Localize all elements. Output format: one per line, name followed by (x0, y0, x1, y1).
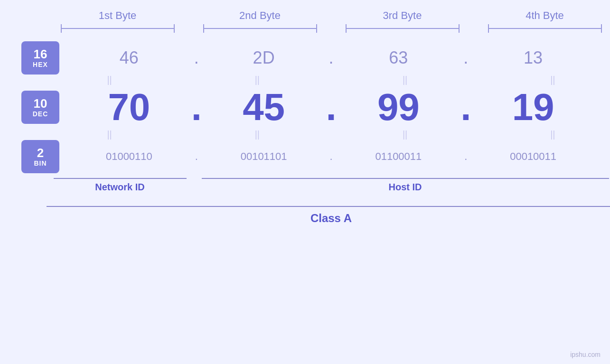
bracket-byte4 (474, 24, 610, 33)
hex-byte3: 63 (389, 48, 408, 68)
network-id-section: Network ID (47, 178, 194, 193)
dec-byte4: 19 (512, 85, 554, 129)
byte3-header: 3rd Byte (331, 9, 474, 22)
byte1-header: 1st Byte (47, 9, 189, 22)
byte4-header: 4th Byte (474, 9, 610, 22)
eq2-b4: || (550, 129, 555, 140)
eq1-b2: || (255, 75, 260, 85)
dot-hex-2: . (328, 48, 333, 67)
dot-bin-1: . (195, 150, 198, 162)
watermark: ipshu.com (570, 351, 601, 358)
eq2-b3: || (403, 129, 407, 140)
eq1-b4: || (550, 75, 555, 85)
bracket-byte2 (189, 24, 331, 33)
eq1-b3: || (403, 75, 407, 85)
dot-bin-3: . (464, 150, 467, 162)
class-section: Class A (47, 206, 610, 225)
dot-dec-2: . (326, 86, 336, 128)
dot-dec-3: . (460, 86, 471, 128)
bin-byte3: 01100011 (375, 150, 422, 163)
bin-label: 2 BIN (21, 140, 59, 173)
dec-byte1: 70 (108, 85, 150, 129)
bin-byte4: 00010011 (510, 150, 556, 163)
hex-byte1: 46 (120, 48, 139, 68)
bracket-byte1 (47, 24, 189, 33)
hex-label: 16 HEX (21, 41, 59, 75)
dot-bin-2: . (329, 150, 332, 162)
dot-hex-3: . (463, 48, 468, 67)
dec-byte3: 99 (377, 85, 420, 129)
bracket-byte3 (331, 24, 474, 33)
hex-row: 16 HEX 46 . 2D . 63 . 13 (19, 41, 591, 75)
eq2-b2: || (255, 129, 260, 140)
bin-row: 2 BIN 01000110 . 00101101 . 01100011 . 0… (19, 140, 591, 173)
network-id-label: Network ID (47, 182, 194, 193)
main-container: 1st Byte 2nd Byte 3rd Byte 4th Byte 16 H… (0, 0, 610, 364)
bin-byte2: 00101101 (241, 150, 287, 163)
eq1-b1: || (107, 75, 112, 85)
dec-byte2: 45 (243, 85, 285, 129)
host-id-section: Host ID (195, 178, 610, 193)
dec-label: 10 DEC (21, 91, 59, 124)
hex-byte2: 2D (253, 48, 275, 68)
host-id-label: Host ID (195, 182, 610, 193)
dot-dec-1: . (191, 86, 202, 128)
eq-row-2: || || || || (45, 129, 610, 140)
class-bracket-line (47, 206, 610, 207)
dec-row: 10 DEC 70 . 45 . 99 . 19 (19, 85, 591, 129)
eq2-b1: || (107, 129, 112, 140)
hex-byte4: 13 (524, 48, 543, 68)
bin-byte1: 01000110 (106, 150, 152, 163)
byte2-header: 2nd Byte (189, 9, 331, 22)
eq-row-1: || || || || (45, 75, 610, 85)
class-label: Class A (47, 212, 610, 225)
dot-hex-1: . (194, 48, 199, 67)
